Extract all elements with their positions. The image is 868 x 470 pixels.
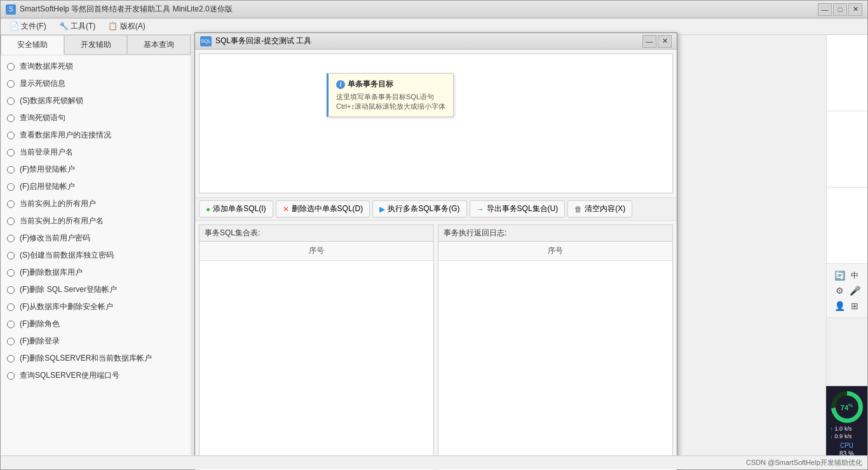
radio-icon xyxy=(7,355,15,363)
btn-execute-sql[interactable]: ▶ 执行多条SQL事务(G) xyxy=(372,200,466,218)
app-icon: S xyxy=(6,4,16,15)
tab-dev[interactable]: 开发辅助 xyxy=(64,35,128,55)
list-item[interactable]: (F)删除角色 xyxy=(1,315,191,333)
btn-add-sql-label: 添加单条SQL(I) xyxy=(213,204,266,214)
right-sidebar: 🔄 中 ⚙ 🎤 👤 ⊞ 74% ↑ 1.0 k/s xyxy=(826,35,867,469)
left-table-body[interactable] xyxy=(200,261,433,470)
tooltip-title: i 单条事务目标 xyxy=(336,79,445,90)
main-window: S SmartSoftHelp 等然回首终结者开发辅助工具 MiniLite2.… xyxy=(0,0,868,470)
app-title: SmartSoftHelp 等然回首终结者开发辅助工具 MiniLite2.0迷… xyxy=(20,4,233,15)
list-item[interactable]: 当前登录用户名 xyxy=(1,144,191,161)
close-button[interactable]: ✕ xyxy=(848,3,862,16)
radio-icon xyxy=(7,97,15,105)
net-down: ↓ 0.9 k/s xyxy=(830,433,864,439)
cpu-gauge-value: 74% xyxy=(841,403,853,411)
tooltip-line-2: Ctrl+↕滚动鼠标滚轮放大或缩小字体 xyxy=(336,102,445,111)
minimize-button[interactable]: — xyxy=(818,3,832,16)
list-item-label: (S)创建当前数据库独立密码 xyxy=(20,250,114,261)
icon-user[interactable]: 👤 xyxy=(833,300,846,312)
tab-basic[interactable]: 基本查询 xyxy=(127,35,191,55)
sql-dialog-close[interactable]: ✕ xyxy=(658,35,672,48)
export-icon: → xyxy=(477,205,484,214)
tooltip: i 单条事务目标 这里填写单条事务目标SQL语句 Ctrl+↕滚动鼠标滚轮放大或… xyxy=(327,73,454,117)
tab-basic-label: 基本查询 xyxy=(144,40,174,49)
right-icons-bar: 🔄 中 ⚙ 🎤 👤 ⊞ xyxy=(827,264,867,318)
list-item[interactable]: 查询死锁语句 xyxy=(1,109,191,127)
list-item[interactable]: (S)数据库死锁解锁 xyxy=(1,92,191,109)
net-up-unit: k/s xyxy=(844,425,852,432)
menu-rights[interactable]: 📋 版权(A) xyxy=(102,20,151,33)
list-item[interactable]: (F)删除登录 xyxy=(1,333,191,350)
radio-icon xyxy=(7,286,15,294)
btn-execute-sql-label: 执行多条SQL事务(G) xyxy=(388,204,459,214)
left-table-col: 序号 xyxy=(200,242,433,261)
radio-icon xyxy=(7,132,15,139)
btn-clear-sql-label: 清空内容(X) xyxy=(585,204,625,214)
btn-clear-sql[interactable]: 🗑 清空内容(X) xyxy=(567,200,632,218)
menu-tools[interactable]: 🔧 工具(T) xyxy=(53,20,102,33)
list-item-label: 当前登录用户名 xyxy=(20,147,73,158)
list-item[interactable]: (F)启用登陆帐户 xyxy=(1,178,191,195)
list-item-label: 查询SQLSERVER使用端口号 xyxy=(20,370,119,381)
list-item[interactable]: 当前实例上的所有用户 xyxy=(1,195,191,212)
list-item-label: 当前实例上的所有用户名 xyxy=(20,216,104,226)
net-up-value: 1.0 xyxy=(835,425,843,432)
net-stats: ↑ 1.0 k/s ↓ 0.9 k/s xyxy=(830,425,864,439)
left-table-header: 事务SQL集合表: xyxy=(200,225,433,242)
list-item[interactable]: (F)删除SQLSERVER和当前数据库帐户 xyxy=(1,350,191,367)
right-panel-section-1 xyxy=(827,35,867,111)
tables-area: 事务SQL集合表: 序号 事务执行返回日志: 序号 xyxy=(199,225,673,470)
btn-export-sql[interactable]: → 导出事务SQL集合(U) xyxy=(470,200,566,218)
btn-add-sql[interactable]: ● 添加单条SQL(I) xyxy=(199,200,273,218)
radio-icon xyxy=(7,303,15,311)
list-item[interactable]: (F)从数据库中删除安全帐户 xyxy=(1,298,191,315)
list-item-label: (F)启用登陆帐户 xyxy=(20,181,75,192)
sql-dialog-controls: — ✕ xyxy=(642,35,672,48)
list-item[interactable]: 当前实例上的所有用户名 xyxy=(1,212,191,230)
list-item-label: (F)修改当前用户密码 xyxy=(20,233,90,244)
radio-icon xyxy=(7,80,15,88)
icon-zh[interactable]: 中 xyxy=(848,269,861,282)
left-tabs: 安全辅助 开发辅助 基本查询 xyxy=(1,35,191,55)
execute-icon: ▶ xyxy=(379,205,385,214)
net-down-unit: k/s xyxy=(844,433,852,439)
radio-icon xyxy=(7,149,15,156)
list-item[interactable]: (S)创建当前数据库独立密码 xyxy=(1,247,191,264)
left-list: 查询数据库死锁显示死锁信息(S)数据库死锁解锁查询死锁语句查看数据库用户的连接情… xyxy=(1,55,191,467)
list-item-label: (F)删除数据库用户 xyxy=(20,267,83,278)
list-item[interactable]: (F)删除数据库用户 xyxy=(1,264,191,281)
list-item[interactable]: 显示死锁信息 xyxy=(1,75,191,92)
status-bar: CSDN @SmartSoftHelp开发辅助优化 xyxy=(1,455,867,469)
net-down-value: 0.9 xyxy=(835,433,843,439)
delete-icon: ✕ xyxy=(283,205,289,214)
icon-settings[interactable]: ⚙ xyxy=(833,284,846,297)
menu-rights-label: 📋 版权(A) xyxy=(108,21,145,32)
icon-grid[interactable]: ⊞ xyxy=(848,300,861,312)
list-item-label: 显示死锁信息 xyxy=(20,78,65,89)
sql-dialog-minimize[interactable]: — xyxy=(642,35,656,48)
right-table-body[interactable] xyxy=(438,261,672,470)
list-item-label: (F)删除角色 xyxy=(20,319,60,329)
list-item[interactable]: (F)删除 SQL Server登陆帐户 xyxy=(1,281,191,298)
left-panel: 安全辅助 开发辅助 基本查询 查询数据库死锁显示死锁信息(S)数据库死锁解锁查询… xyxy=(1,35,191,469)
sql-dialog-title-text: SQL事务回滚-提交测试 工具 xyxy=(215,36,311,46)
right-table-col: 序号 xyxy=(438,242,672,261)
list-item[interactable]: 查询SQLSERVER使用端口号 xyxy=(1,367,191,384)
menu-file[interactable]: 📄 文件(F) xyxy=(3,20,53,33)
icon-mic[interactable]: 🎤 xyxy=(848,284,861,297)
sql-editor-area[interactable]: i 单条事务目标 这里填写单条事务目标SQL语句 Ctrl+↕滚动鼠标滚轮放大或… xyxy=(199,53,673,193)
list-item-label: 查看数据库用户的连接情况 xyxy=(20,130,111,141)
icon-loop[interactable]: 🔄 xyxy=(833,269,846,282)
tab-security[interactable]: 安全辅助 xyxy=(1,35,64,55)
list-item[interactable]: 查看数据库用户的连接情况 xyxy=(1,127,191,144)
list-item[interactable]: (F)修改当前用户密码 xyxy=(1,230,191,247)
list-item-label: (S)数据库死锁解锁 xyxy=(20,95,83,106)
net-down-arrow: ↓ xyxy=(830,433,833,439)
list-item[interactable]: (F)禁用登陆帐户 xyxy=(1,161,191,178)
radio-icon xyxy=(7,114,15,122)
restore-button[interactable]: □ xyxy=(833,3,847,16)
sql-dialog-title: SQL SQL事务回滚-提交测试 工具 — ✕ xyxy=(195,33,677,50)
title-controls: — □ ✕ xyxy=(818,3,862,16)
list-item[interactable]: 查询数据库死锁 xyxy=(1,58,191,75)
btn-delete-sql[interactable]: ✕ 删除选中单条SQL(D) xyxy=(276,200,370,218)
